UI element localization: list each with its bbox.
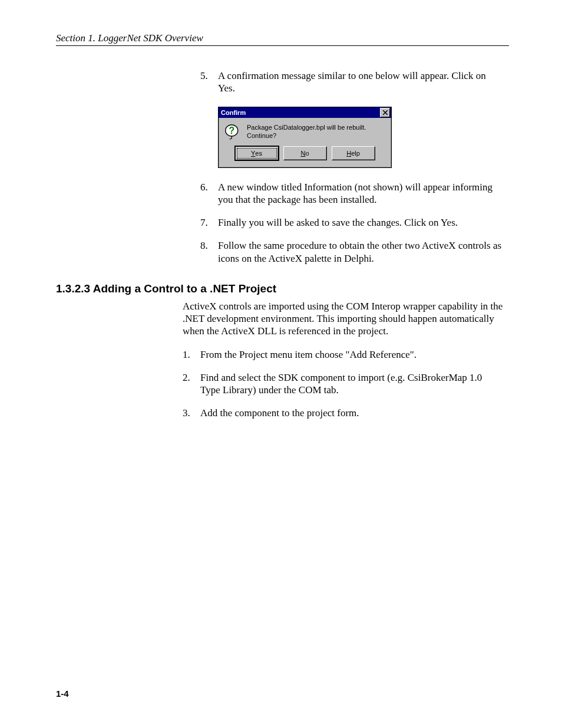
step-item: 2. Find and select the SDK component to … bbox=[183, 371, 503, 397]
step-number: 5. bbox=[200, 70, 218, 95]
dialog-title: Confirm bbox=[221, 109, 246, 116]
step-number: 3. bbox=[183, 407, 200, 419]
step-text: Add the component to the project form. bbox=[200, 407, 503, 419]
yes-button[interactable]: Yes bbox=[235, 146, 279, 160]
dialog-titlebar: Confirm bbox=[219, 107, 391, 118]
svg-text:?: ? bbox=[229, 125, 234, 135]
step-item: 6. A new window titled Information (not … bbox=[200, 181, 503, 206]
step-text: A new window titled Information (not sho… bbox=[218, 181, 503, 206]
steps-group-a: 5. A confirmation message similar to one… bbox=[200, 70, 503, 95]
step-text: Follow the same procedure to obtain the … bbox=[218, 239, 503, 265]
step-item: 1. From the Project menu item choose "Ad… bbox=[183, 348, 503, 361]
step-number: 6. bbox=[200, 181, 218, 206]
step-text: A confirmation message similar to one be… bbox=[218, 70, 503, 95]
step-number: 2. bbox=[183, 371, 200, 397]
section-heading: 1.3.2.3 Adding a Control to a .NET Proje… bbox=[56, 282, 509, 295]
close-icon[interactable] bbox=[380, 108, 390, 117]
step-number: 1. bbox=[183, 348, 200, 361]
header-title: Section 1. LoggerNet SDK Overview bbox=[56, 32, 203, 44]
page-header: Section 1. LoggerNet SDK Overview bbox=[56, 32, 509, 46]
page-number: 1-4 bbox=[56, 689, 69, 699]
no-button[interactable]: No bbox=[283, 146, 327, 160]
dialog-message: Package CsiDatalogger.bpl will be rebuil… bbox=[247, 124, 385, 139]
step-item: 5. A confirmation message similar to one… bbox=[200, 70, 503, 95]
steps-group-b: 6. A new window titled Information (not … bbox=[200, 181, 503, 265]
step-item: 3. Add the component to the project form… bbox=[183, 407, 503, 419]
step-item: 7. Finally you will be asked to save the… bbox=[200, 216, 503, 229]
step-text: From the Project menu item choose "Add R… bbox=[200, 348, 503, 361]
step-text: Finally you will be asked to save the ch… bbox=[218, 216, 503, 229]
section-steps: 1. From the Project menu item choose "Ad… bbox=[183, 348, 503, 420]
section-paragraph: ActiveX controls are imported using the … bbox=[183, 300, 503, 338]
question-icon: ? bbox=[224, 124, 241, 140]
step-number: 8. bbox=[200, 239, 218, 265]
help-button[interactable]: Help bbox=[332, 146, 375, 160]
step-item: 8. Follow the same procedure to obtain t… bbox=[200, 239, 503, 265]
step-number: 7. bbox=[200, 216, 218, 229]
confirm-dialog: Confirm ? Package CsiDatalogger.bpl will… bbox=[218, 107, 392, 168]
step-text: Find and select the SDK component to imp… bbox=[200, 371, 503, 397]
